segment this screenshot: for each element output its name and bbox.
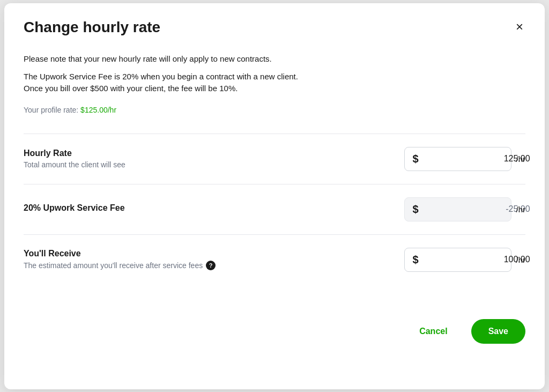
youll-receive-title: You'll Receive <box>24 249 404 258</box>
help-icon[interactable]: ? <box>206 261 216 270</box>
service-fee-title: 20% Upwork Service Fee <box>24 203 404 213</box>
service-fee-row: 20% Upwork Service Fee $ /hr <box>24 184 525 234</box>
service-fee-input <box>423 204 530 214</box>
profile-rate-value: $125.00/hr <box>80 106 116 114</box>
hourly-rate-title: Hourly Rate <box>24 149 404 158</box>
close-button[interactable]: × <box>514 18 525 35</box>
hourly-rate-subtitle: Total amount the client will see <box>24 160 404 169</box>
youll-receive-suffix: /hr <box>516 255 525 264</box>
youll-receive-input-wrapper: $ <box>404 248 511 272</box>
profile-rate: Your profile rate: $125.00/hr <box>24 106 525 114</box>
hourly-rate-label: Hourly Rate Total amount the client will… <box>24 149 404 169</box>
hourly-rate-suffix: /hr <box>516 154 525 164</box>
cancel-button[interactable]: Cancel <box>409 320 458 343</box>
modal-header: Change hourly rate × <box>24 18 525 36</box>
service-fee-input-wrapper: $ <box>404 197 511 221</box>
dollar-sign-1: $ <box>412 153 418 165</box>
hourly-rate-input-wrapper: $ <box>404 147 511 171</box>
youll-receive-subtitle-text: The estimated amount you'll receive afte… <box>24 261 203 270</box>
youll-receive-input[interactable] <box>423 255 530 264</box>
youll-receive-subtitle: The estimated amount you'll receive afte… <box>24 261 404 270</box>
hourly-rate-input[interactable] <box>423 154 530 164</box>
note-text-1: Please note that your new hourly rate wi… <box>24 53 525 65</box>
modal-title: Change hourly rate <box>24 18 160 36</box>
dollar-sign-2: $ <box>412 203 418 216</box>
service-fee-suffix: /hr <box>516 205 525 214</box>
profile-rate-label: Your profile rate: <box>24 106 78 114</box>
modal-footer: Cancel Save <box>24 310 525 344</box>
hourly-rate-row: Hourly Rate Total amount the client will… <box>24 134 525 184</box>
hourly-rate-input-group: $ /hr <box>404 147 525 171</box>
change-hourly-rate-modal: Change hourly rate × Please note that yo… <box>4 3 545 389</box>
youll-receive-row: You'll Receive The estimated amount you'… <box>24 234 525 285</box>
youll-receive-label: You'll Receive The estimated amount you'… <box>24 249 404 270</box>
service-fee-label: 20% Upwork Service Fee <box>24 203 404 215</box>
fee-text: The Upwork Service Fee is 20% when you b… <box>24 71 525 95</box>
youll-receive-input-group: $ /hr <box>404 248 525 272</box>
service-fee-input-group: $ /hr <box>404 197 525 221</box>
dollar-sign-3: $ <box>412 254 418 266</box>
save-button[interactable]: Save <box>471 319 525 344</box>
